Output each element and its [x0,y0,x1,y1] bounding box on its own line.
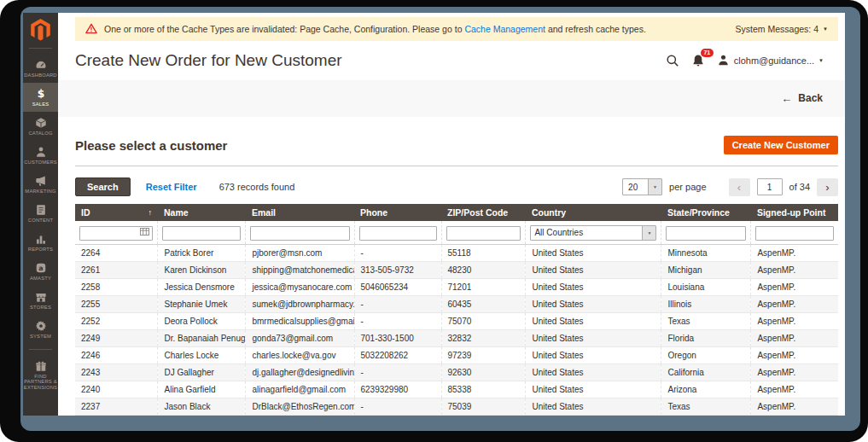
table-row[interactable]: 2246Charles Lockecharles.locke@va.gov503… [75,347,838,364]
table-cell: 2261 [75,262,158,279]
sidebar-item-dashboard[interactable]: DASHBOARD [23,54,58,83]
column-header-phone[interactable]: Phone [354,204,441,221]
table-cell: Patrick Borer [158,245,246,262]
table-row[interactable]: 2258Jessica Densmorejessica@mysanocare.c… [75,279,838,296]
sidebar-item-marketing[interactable]: MARKETING [23,170,58,199]
table-cell: dj.gallagher@designedliving.net [246,364,354,381]
sidebar-item-sales[interactable]: $ SALES [23,83,58,112]
table-cell: 75039 [441,398,526,416]
table-cell: California [661,364,751,381]
cache-management-link[interactable]: Cache Management [464,24,545,34]
notifications-button[interactable]: 71 [691,54,705,67]
table-row[interactable]: 2264Patrick Borerpjborer@msn.com-55118Un… [75,245,838,262]
filter-state-input[interactable] [666,226,746,241]
warning-icon [85,23,97,34]
column-header-id[interactable]: ID↑ [75,204,158,221]
table-cell: 85338 [441,381,526,398]
table-cell: 48230 [441,262,526,279]
column-header-email[interactable]: Email [246,204,354,221]
table-cell: United States [526,262,661,279]
column-header-name[interactable]: Name [158,204,246,221]
table-cell: Minnesota [661,245,751,262]
magento-logo-icon[interactable] [23,13,58,43]
content-icon [35,204,47,216]
filter-country-select[interactable]: All Countries ▼ [530,225,656,241]
column-header-country[interactable]: Country [526,204,661,221]
table-cell: Deora Pollock [158,313,246,330]
table-row[interactable]: 2255Stephanie Umeksumek@jdbrownpharmacy.… [75,296,838,313]
create-new-customer-button[interactable]: Create New Customer [724,136,838,154]
per-page-select[interactable]: 20 ▼ [622,178,662,195]
table-row[interactable]: 2252Deora Pollockbmrmedicalsupplies@gmai… [75,313,838,330]
table-row[interactable]: 2249Dr. Bapanaiah Penugondagonda73@gmail… [75,330,838,347]
back-button[interactable]: ← Back [781,92,823,105]
table-cell: United States [526,398,661,416]
table-cell: United States [526,330,661,347]
table-cell: 5046065234 [354,279,441,296]
table-row[interactable]: 2237Jason BlackDrBlack@EthosRegen.com-75… [75,398,838,416]
page-number-input[interactable] [757,178,783,195]
table-cell: AspenMP. [751,296,838,313]
table-cell: United States [526,296,661,313]
filter-name-input[interactable] [162,226,241,241]
table-cell: 2264 [75,245,158,262]
section-header: Please select a customer Create New Cust… [75,136,838,166]
filter-email-input[interactable] [250,226,349,241]
previous-page-button[interactable]: ‹ [729,178,750,196]
sidebar-item-label: REPORTS [28,247,53,253]
sidebar-item-label: AMASTY [30,276,51,282]
customer-grid: ID↑ Name Email Phone ZIP/Post Code Count… [75,204,838,416]
user-menu[interactable]: clohm@guidance... ▼ [717,54,824,67]
table-cell: 701-330-1500 [354,330,441,347]
table-cell: AspenMP. [751,279,838,296]
global-search-button[interactable] [666,54,679,67]
table-cell: pjborer@msn.com [246,245,354,262]
system-messages-toggle[interactable]: System Messages: 4 ▼ [736,24,828,34]
sidebar-item-catalog[interactable]: CATALOG [23,112,58,141]
filter-signup-point-input[interactable] [755,226,834,241]
table-cell: - [354,313,441,330]
sort-asc-icon: ↑ [148,208,152,217]
sidebar-divider [29,349,52,350]
table-cell: 60435 [441,296,526,313]
table-cell: AspenMP. [751,381,838,398]
table-cell: 2255 [75,296,158,313]
sidebar: DASHBOARD $ SALES CATALOG CUSTOMERS MARK… [23,13,58,416]
amasty-icon: a [35,262,47,274]
filter-phone-input[interactable] [359,226,437,241]
next-page-button[interactable]: › [817,178,838,196]
dashboard-icon [35,59,47,71]
search-button[interactable]: Search [75,177,131,196]
catalog-icon [35,117,47,129]
svg-text:$: $ [37,88,44,100]
sidebar-item-amasty[interactable]: a AMASTY [23,257,58,286]
grid-filter-row: All Countries ▼ [75,221,838,245]
column-header-zip[interactable]: ZIP/Post Code [441,204,526,221]
column-header-state[interactable]: State/Province [661,204,751,221]
sidebar-item-stores[interactable]: STORES [23,286,58,315]
table-cell: DJ Gallagher [158,364,246,381]
sidebar-item-label: CONTENT [28,218,53,224]
sidebar-item-find-partners[interactable]: FIND PARTNERS & EXTENSIONS [23,355,58,396]
table-row[interactable]: 2243DJ Gallagherdj.gallagher@designedliv… [75,364,838,381]
sidebar-item-system[interactable]: SYSTEM [23,315,58,344]
table-cell: gonda73@gmail.com [246,330,354,347]
table-row[interactable]: 2240Alina Garfieldalinagarfield@gmail.co… [75,381,838,398]
back-arrow-icon: ← [781,92,792,105]
table-cell: 55118 [441,245,526,262]
sidebar-item-content[interactable]: CONTENT [23,199,58,228]
sidebar-divider [29,48,52,49]
table-cell: AspenMP. [751,364,838,381]
table-row[interactable]: 2261Karen Dickinsonshipping@matchonemedi… [75,262,838,279]
sidebar-item-reports[interactable]: REPORTS [23,228,58,257]
reports-icon [35,233,47,245]
table-cell: 2249 [75,330,158,347]
table-cell: - [354,296,441,313]
table-cell: Michigan [661,262,751,279]
user-label: clohm@guidance... [734,55,814,66]
reset-filter-link[interactable]: Reset Filter [146,182,197,192]
chevron-down-icon: ▼ [648,179,661,195]
sidebar-item-customers[interactable]: CUSTOMERS [23,141,58,170]
filter-zip-input[interactable] [446,226,521,241]
column-header-signup-point[interactable]: Signed-up Point [751,204,838,221]
